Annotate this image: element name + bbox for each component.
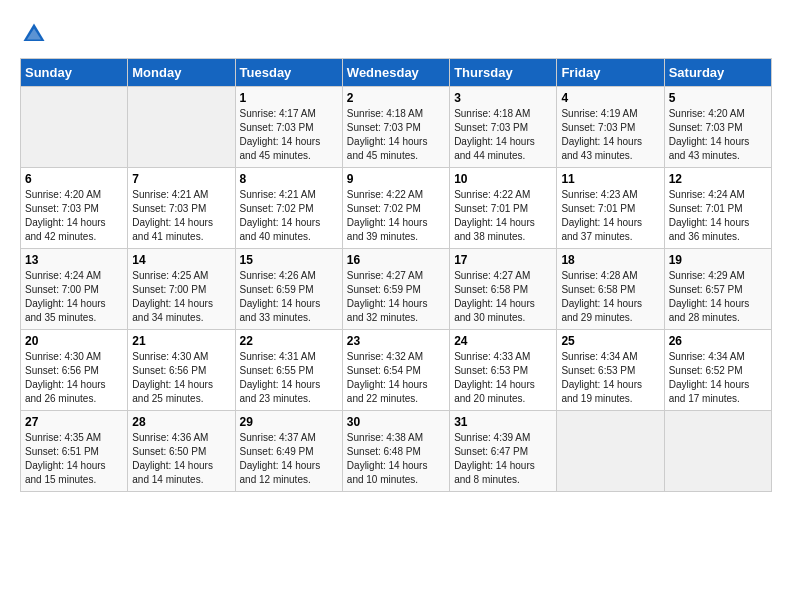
day-info: Sunrise: 4:34 AM Sunset: 6:53 PM Dayligh…: [561, 350, 659, 406]
day-number: 11: [561, 172, 659, 186]
day-info: Sunrise: 4:17 AM Sunset: 7:03 PM Dayligh…: [240, 107, 338, 163]
day-of-week-header: Saturday: [664, 59, 771, 87]
day-number: 15: [240, 253, 338, 267]
day-info: Sunrise: 4:36 AM Sunset: 6:50 PM Dayligh…: [132, 431, 230, 487]
calendar-cell: [664, 411, 771, 492]
logo-icon: [20, 20, 48, 48]
calendar-cell: 24Sunrise: 4:33 AM Sunset: 6:53 PM Dayli…: [450, 330, 557, 411]
calendar-cell: 11Sunrise: 4:23 AM Sunset: 7:01 PM Dayli…: [557, 168, 664, 249]
calendar-cell: 18Sunrise: 4:28 AM Sunset: 6:58 PM Dayli…: [557, 249, 664, 330]
day-info: Sunrise: 4:18 AM Sunset: 7:03 PM Dayligh…: [347, 107, 445, 163]
day-number: 26: [669, 334, 767, 348]
day-number: 9: [347, 172, 445, 186]
day-info: Sunrise: 4:21 AM Sunset: 7:03 PM Dayligh…: [132, 188, 230, 244]
calendar-week-row: 6Sunrise: 4:20 AM Sunset: 7:03 PM Daylig…: [21, 168, 772, 249]
calendar-week-row: 27Sunrise: 4:35 AM Sunset: 6:51 PM Dayli…: [21, 411, 772, 492]
day-info: Sunrise: 4:20 AM Sunset: 7:03 PM Dayligh…: [25, 188, 123, 244]
day-info: Sunrise: 4:34 AM Sunset: 6:52 PM Dayligh…: [669, 350, 767, 406]
day-number: 3: [454, 91, 552, 105]
day-info: Sunrise: 4:27 AM Sunset: 6:58 PM Dayligh…: [454, 269, 552, 325]
calendar-cell: 3Sunrise: 4:18 AM Sunset: 7:03 PM Daylig…: [450, 87, 557, 168]
page-header: [20, 20, 772, 48]
day-number: 18: [561, 253, 659, 267]
day-info: Sunrise: 4:30 AM Sunset: 6:56 PM Dayligh…: [25, 350, 123, 406]
day-info: Sunrise: 4:25 AM Sunset: 7:00 PM Dayligh…: [132, 269, 230, 325]
calendar-week-row: 20Sunrise: 4:30 AM Sunset: 6:56 PM Dayli…: [21, 330, 772, 411]
day-number: 31: [454, 415, 552, 429]
day-info: Sunrise: 4:18 AM Sunset: 7:03 PM Dayligh…: [454, 107, 552, 163]
day-number: 30: [347, 415, 445, 429]
calendar-cell: 1Sunrise: 4:17 AM Sunset: 7:03 PM Daylig…: [235, 87, 342, 168]
calendar-cell: 5Sunrise: 4:20 AM Sunset: 7:03 PM Daylig…: [664, 87, 771, 168]
calendar-cell: 30Sunrise: 4:38 AM Sunset: 6:48 PM Dayli…: [342, 411, 449, 492]
calendar-table: SundayMondayTuesdayWednesdayThursdayFrid…: [20, 58, 772, 492]
day-number: 16: [347, 253, 445, 267]
day-info: Sunrise: 4:22 AM Sunset: 7:02 PM Dayligh…: [347, 188, 445, 244]
day-of-week-header: Tuesday: [235, 59, 342, 87]
day-info: Sunrise: 4:27 AM Sunset: 6:59 PM Dayligh…: [347, 269, 445, 325]
day-number: 24: [454, 334, 552, 348]
calendar-cell: 6Sunrise: 4:20 AM Sunset: 7:03 PM Daylig…: [21, 168, 128, 249]
day-of-week-header: Friday: [557, 59, 664, 87]
day-info: Sunrise: 4:19 AM Sunset: 7:03 PM Dayligh…: [561, 107, 659, 163]
calendar-week-row: 1Sunrise: 4:17 AM Sunset: 7:03 PM Daylig…: [21, 87, 772, 168]
day-info: Sunrise: 4:20 AM Sunset: 7:03 PM Dayligh…: [669, 107, 767, 163]
day-of-week-header: Wednesday: [342, 59, 449, 87]
day-number: 25: [561, 334, 659, 348]
day-info: Sunrise: 4:33 AM Sunset: 6:53 PM Dayligh…: [454, 350, 552, 406]
calendar-cell: 21Sunrise: 4:30 AM Sunset: 6:56 PM Dayli…: [128, 330, 235, 411]
day-info: Sunrise: 4:31 AM Sunset: 6:55 PM Dayligh…: [240, 350, 338, 406]
calendar-cell: 19Sunrise: 4:29 AM Sunset: 6:57 PM Dayli…: [664, 249, 771, 330]
calendar-cell: 25Sunrise: 4:34 AM Sunset: 6:53 PM Dayli…: [557, 330, 664, 411]
day-number: 12: [669, 172, 767, 186]
logo: [20, 20, 52, 48]
day-info: Sunrise: 4:30 AM Sunset: 6:56 PM Dayligh…: [132, 350, 230, 406]
day-number: 7: [132, 172, 230, 186]
calendar-cell: [21, 87, 128, 168]
day-number: 1: [240, 91, 338, 105]
calendar-cell: 17Sunrise: 4:27 AM Sunset: 6:58 PM Dayli…: [450, 249, 557, 330]
day-number: 17: [454, 253, 552, 267]
day-number: 23: [347, 334, 445, 348]
calendar-cell: 28Sunrise: 4:36 AM Sunset: 6:50 PM Dayli…: [128, 411, 235, 492]
calendar-cell: 26Sunrise: 4:34 AM Sunset: 6:52 PM Dayli…: [664, 330, 771, 411]
day-number: 20: [25, 334, 123, 348]
day-info: Sunrise: 4:26 AM Sunset: 6:59 PM Dayligh…: [240, 269, 338, 325]
calendar-cell: 10Sunrise: 4:22 AM Sunset: 7:01 PM Dayli…: [450, 168, 557, 249]
day-number: 2: [347, 91, 445, 105]
calendar-cell: 29Sunrise: 4:37 AM Sunset: 6:49 PM Dayli…: [235, 411, 342, 492]
calendar-cell: 4Sunrise: 4:19 AM Sunset: 7:03 PM Daylig…: [557, 87, 664, 168]
calendar-cell: 20Sunrise: 4:30 AM Sunset: 6:56 PM Dayli…: [21, 330, 128, 411]
day-number: 29: [240, 415, 338, 429]
calendar-cell: 8Sunrise: 4:21 AM Sunset: 7:02 PM Daylig…: [235, 168, 342, 249]
day-info: Sunrise: 4:21 AM Sunset: 7:02 PM Dayligh…: [240, 188, 338, 244]
calendar-cell: 2Sunrise: 4:18 AM Sunset: 7:03 PM Daylig…: [342, 87, 449, 168]
day-info: Sunrise: 4:32 AM Sunset: 6:54 PM Dayligh…: [347, 350, 445, 406]
calendar-cell: 16Sunrise: 4:27 AM Sunset: 6:59 PM Dayli…: [342, 249, 449, 330]
day-info: Sunrise: 4:28 AM Sunset: 6:58 PM Dayligh…: [561, 269, 659, 325]
day-header-row: SundayMondayTuesdayWednesdayThursdayFrid…: [21, 59, 772, 87]
day-of-week-header: Thursday: [450, 59, 557, 87]
day-info: Sunrise: 4:24 AM Sunset: 7:01 PM Dayligh…: [669, 188, 767, 244]
day-number: 21: [132, 334, 230, 348]
calendar-cell: [128, 87, 235, 168]
day-number: 28: [132, 415, 230, 429]
day-info: Sunrise: 4:35 AM Sunset: 6:51 PM Dayligh…: [25, 431, 123, 487]
day-info: Sunrise: 4:37 AM Sunset: 6:49 PM Dayligh…: [240, 431, 338, 487]
calendar-cell: 31Sunrise: 4:39 AM Sunset: 6:47 PM Dayli…: [450, 411, 557, 492]
calendar-cell: 23Sunrise: 4:32 AM Sunset: 6:54 PM Dayli…: [342, 330, 449, 411]
day-info: Sunrise: 4:29 AM Sunset: 6:57 PM Dayligh…: [669, 269, 767, 325]
day-number: 19: [669, 253, 767, 267]
day-of-week-header: Monday: [128, 59, 235, 87]
day-number: 4: [561, 91, 659, 105]
calendar-cell: 22Sunrise: 4:31 AM Sunset: 6:55 PM Dayli…: [235, 330, 342, 411]
day-info: Sunrise: 4:24 AM Sunset: 7:00 PM Dayligh…: [25, 269, 123, 325]
day-of-week-header: Sunday: [21, 59, 128, 87]
calendar-cell: 14Sunrise: 4:25 AM Sunset: 7:00 PM Dayli…: [128, 249, 235, 330]
calendar-cell: 15Sunrise: 4:26 AM Sunset: 6:59 PM Dayli…: [235, 249, 342, 330]
calendar-cell: 12Sunrise: 4:24 AM Sunset: 7:01 PM Dayli…: [664, 168, 771, 249]
calendar-cell: 13Sunrise: 4:24 AM Sunset: 7:00 PM Dayli…: [21, 249, 128, 330]
day-number: 10: [454, 172, 552, 186]
day-number: 22: [240, 334, 338, 348]
day-number: 8: [240, 172, 338, 186]
